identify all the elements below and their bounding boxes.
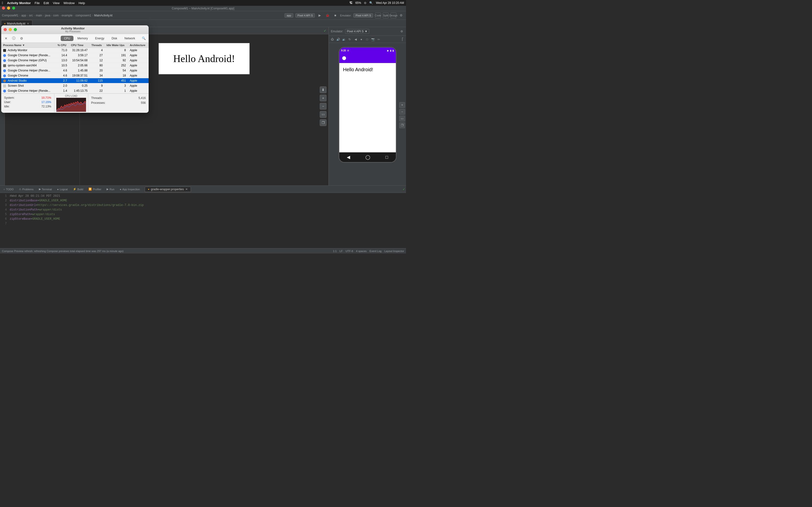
- am-process-row-5[interactable]: Google Chrome 4.6 19:08:37.51 34 18 Appl…: [1, 73, 149, 78]
- device-select-btn[interactable]: Pixel 4 API S: [295, 13, 315, 18]
- am-gear-icon[interactable]: ⚙: [19, 36, 24, 41]
- emu-power-btn[interactable]: ⏻: [330, 37, 335, 42]
- status-encoding[interactable]: UTF-8: [346, 249, 353, 252]
- breadcrumb-app[interactable]: app: [21, 14, 26, 17]
- tab-gradle[interactable]: ● gradle-wrapper.properties ✕: [145, 187, 191, 192]
- status-layout-inspector[interactable]: Layout Inspector: [385, 249, 404, 252]
- col-cpu-pct[interactable]: % CPU: [56, 43, 69, 48]
- status-position[interactable]: 1:1: [333, 249, 337, 252]
- breadcrumb-composem1-pkg[interactable]: composem1: [75, 14, 91, 17]
- siri-icon[interactable]: 🏗: [349, 1, 352, 5]
- am-process-row-0[interactable]: Activity Monitor 71.0 31:26:19.47 4 8 Ap…: [1, 48, 149, 53]
- view-split-btn[interactable]: Split: [383, 12, 389, 18]
- tab-gradle-close[interactable]: ✕: [185, 187, 188, 191]
- tab-profiler[interactable]: ⏬ Profiler: [86, 186, 104, 192]
- am-process-row-8[interactable]: Google Chrome Helper (Rende... 1.4 1:45:…: [1, 89, 149, 94]
- tab-terminal[interactable]: ▶ Terminal: [37, 186, 54, 192]
- col-arch[interactable]: Architecture: [128, 43, 149, 48]
- menu-file[interactable]: File: [35, 1, 40, 5]
- phone-recent-btn[interactable]: □: [386, 155, 388, 160]
- window-close[interactable]: [2, 6, 5, 10]
- tab-logcat[interactable]: ● Logcat: [55, 186, 70, 192]
- am-process-row-3[interactable]: qemu-system-aarch64 10.5 2:05.66 80 252 …: [1, 63, 149, 68]
- am-process-row-1[interactable]: Google Chrome Helper (Rende... 14.4 3:59…: [1, 53, 149, 58]
- col-idle-wake-ups[interactable]: Idle Wake Ups: [105, 43, 128, 48]
- breadcrumb-example[interactable]: example: [62, 14, 72, 17]
- tab-mainactivity-close[interactable]: ✕: [27, 22, 29, 25]
- search-icon[interactable]: 🔍: [369, 1, 373, 5]
- emu-prev-btn[interactable]: ⇦: [376, 37, 381, 42]
- preview-zoom-out-btn[interactable]: −: [320, 103, 326, 110]
- am-process-row-2[interactable]: Google Chrome Helper (GPU) 13.0 10:54:54…: [1, 58, 149, 63]
- am-info-icon[interactable]: ⓘ: [11, 36, 16, 41]
- view-code-btn[interactable]: Code: [375, 12, 381, 18]
- am-tab-cpu[interactable]: CPU: [61, 36, 73, 41]
- emu-side-zoom-in[interactable]: +: [399, 102, 405, 108]
- tab-problems[interactable]: ⚠ Problems: [16, 186, 36, 192]
- menu-help[interactable]: Help: [79, 1, 85, 5]
- breadcrumb-com[interactable]: com: [53, 14, 59, 17]
- tab-inspection[interactable]: ● App Inspection: [117, 186, 142, 192]
- am-tab-network[interactable]: Network: [121, 36, 139, 41]
- am-close-icon[interactable]: ✕: [4, 36, 8, 41]
- emu-rotate-btn[interactable]: ↻: [347, 37, 352, 42]
- status-line-ending[interactable]: LF: [340, 249, 343, 252]
- am-tab-energy[interactable]: Energy: [92, 36, 108, 41]
- preview-download-btn[interactable]: ⬇: [320, 87, 326, 93]
- emulator-device-btn[interactable]: Pixel 4 API S: [353, 13, 373, 18]
- phone-home-btn[interactable]: ◯: [365, 155, 370, 160]
- status-indent[interactable]: 4 spaces: [356, 249, 367, 252]
- app-run-btn[interactable]: app: [285, 13, 293, 18]
- breadcrumb-java[interactable]: java: [45, 14, 50, 17]
- breadcrumb-mainactivity[interactable]: MainActivity.kt: [94, 14, 113, 17]
- view-design-btn[interactable]: Design: [391, 12, 396, 18]
- col-threads[interactable]: Threads: [89, 43, 105, 48]
- window-maximize[interactable]: [12, 6, 15, 10]
- am-process-row-7[interactable]: Screen Shot 2.0 0.25 9 3 Apple: [1, 83, 149, 89]
- preview-expand-btn[interactable]: ❐: [320, 119, 326, 126]
- am-search-btn[interactable]: 🔍: [141, 36, 146, 41]
- window-minimize[interactable]: [7, 6, 10, 10]
- settings-btn[interactable]: ⚙: [398, 12, 404, 18]
- emu-back-btn[interactable]: ◀: [353, 37, 358, 42]
- debug-btn[interactable]: 🐞: [324, 12, 331, 18]
- breadcrumb-composem1[interactable]: ComposeM1: [2, 14, 18, 17]
- tab-build[interactable]: ⚡ Build: [70, 186, 86, 192]
- gradle-code-area[interactable]: 1 2 3 4 5 6 7 #Wed Apr 28 08:21:34 PDT 2…: [0, 193, 406, 248]
- breadcrumb-main[interactable]: main: [36, 14, 42, 17]
- emu-vol-dn-btn[interactable]: 🔉: [342, 37, 346, 42]
- stop-btn[interactable]: ■: [332, 12, 338, 18]
- emu-side-zoom-out[interactable]: −: [399, 109, 405, 115]
- emu-home-btn[interactable]: ●: [359, 37, 364, 42]
- preview-zoom-in-btn[interactable]: +: [320, 95, 326, 101]
- emu-vol-up-btn[interactable]: 🔊: [336, 37, 341, 42]
- am-tab-memory[interactable]: Memory: [74, 36, 91, 41]
- phone-nav-bar[interactable]: ◀ ◯ □: [339, 152, 396, 162]
- status-event-log[interactable]: Event Log: [369, 249, 382, 252]
- emulator-device-select[interactable]: Pixel 4 API S ▼: [345, 29, 369, 34]
- cell-threads-5: 34: [89, 73, 105, 78]
- emu-side-expand[interactable]: ❐: [399, 122, 405, 128]
- emu-screenshot-btn[interactable]: ⎡: [400, 37, 405, 42]
- col-cpu-time[interactable]: CPU Time: [69, 43, 90, 48]
- tab-run[interactable]: ▶ Run: [104, 186, 117, 192]
- am-process-row-4[interactable]: Google Chrome Helper (Rende... 4.6 1:45.…: [1, 68, 149, 73]
- am-tab-disk[interactable]: Disk: [108, 36, 120, 41]
- emu-camera-btn[interactable]: 📷: [370, 37, 375, 42]
- phone-back-btn[interactable]: ◀: [347, 155, 350, 160]
- breadcrumb-src[interactable]: src: [29, 14, 33, 17]
- preview-fit-btn[interactable]: 1:1: [320, 111, 326, 118]
- tab-todo[interactable]: ○ TODO: [1, 186, 16, 192]
- menu-view[interactable]: View: [53, 1, 60, 5]
- menu-window[interactable]: Window: [63, 1, 75, 5]
- run-btn[interactable]: ▶: [317, 12, 323, 18]
- emulator-settings-btn[interactable]: ⚙: [399, 29, 404, 34]
- emu-side-fit[interactable]: 1:1: [399, 116, 405, 121]
- app-name[interactable]: Activity Monitor: [7, 1, 31, 5]
- apple-menu[interactable]: : [2, 1, 3, 5]
- col-process-name[interactable]: Process Name ▼: [1, 43, 56, 48]
- wifi-icon[interactable]: ⊙: [364, 1, 366, 5]
- am-process-row-6[interactable]: Android Studio 2.7 11:09.62 115 451 Appl…: [1, 78, 149, 83]
- emu-overview-btn[interactable]: □: [365, 37, 369, 42]
- menu-edit[interactable]: Edit: [44, 1, 49, 5]
